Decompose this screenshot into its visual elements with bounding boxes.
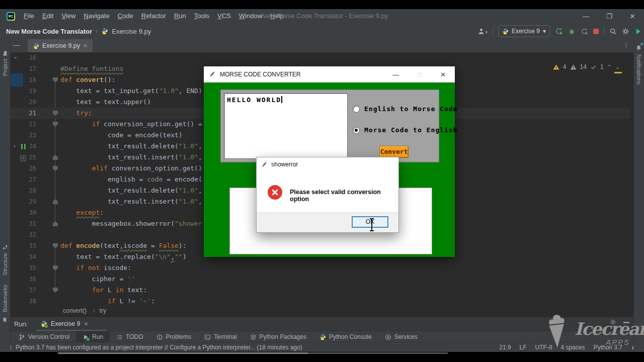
line-number[interactable]: 21	[10, 108, 36, 119]
tool-window-button-version-control[interactable]: Version Control	[12, 331, 76, 342]
minimize-button[interactable]: —	[384, 71, 408, 78]
stop-button[interactable]	[593, 29, 599, 34]
seek-bar[interactable]	[58, 352, 308, 354]
tool-window-button-python-console[interactable]: Python Console	[313, 331, 378, 342]
close-button[interactable]: ✕	[621, 13, 644, 20]
line-number[interactable]: 27	[10, 174, 36, 185]
tab-exercise9[interactable]: Exercise 9.py ✕	[28, 39, 93, 52]
fold-marker-icon[interactable]	[53, 166, 58, 171]
maximize-button[interactable]: □	[408, 71, 431, 78]
run-tab-exercise9[interactable]: Exercise 9 ✕	[36, 317, 93, 330]
fold-marker-icon[interactable]	[53, 199, 58, 204]
fold-marker-icon[interactable]	[53, 265, 58, 270]
line-number[interactable]: 22	[10, 119, 36, 130]
search-icon[interactable]	[609, 28, 617, 35]
radio-option-1[interactable]: English to Morse Code	[353, 105, 457, 113]
next-issue-icon[interactable]: ⌄	[615, 64, 620, 70]
line-separator[interactable]: LF	[520, 344, 527, 351]
menu-item-file[interactable]: File	[20, 9, 38, 23]
caret-position[interactable]: 21:9	[499, 344, 511, 351]
sidebar-item-bookmarks[interactable]: Bookmarks	[2, 285, 8, 312]
fold-marker-icon[interactable]	[53, 288, 58, 293]
sidebar-item-structure[interactable]: Structure	[2, 244, 8, 276]
fold-marker-icon[interactable]	[53, 221, 58, 226]
play-logo-icon[interactable]	[634, 28, 642, 35]
line-number[interactable]: 20	[10, 97, 36, 108]
sidebar-item-project[interactable]: Project	[2, 50, 8, 76]
fold-marker-icon[interactable]	[53, 243, 58, 248]
breadcrumb-function[interactable]: convert()	[63, 307, 87, 314]
pause-icon[interactable]	[21, 144, 26, 149]
radio-option-2[interactable]: Morse Code to English	[353, 126, 457, 134]
notifications-bell-icon[interactable]	[635, 43, 642, 52]
debug-button[interactable]	[568, 28, 576, 35]
dialog-titlebar[interactable]: showerror	[257, 157, 398, 171]
fold-marker-icon[interactable]	[53, 77, 58, 82]
convert-button[interactable]: Convert	[379, 146, 409, 158]
line-number[interactable]: 19	[10, 85, 36, 97]
tool-window-button-problems[interactable]: Problems	[150, 331, 198, 342]
status-message[interactable]: Python 3.7 has been configured as a proj…	[16, 344, 302, 351]
line-number[interactable]: 17	[10, 63, 36, 74]
minimize-button[interactable]: —	[575, 13, 598, 20]
line-number[interactable]: 26	[10, 163, 36, 174]
line-number[interactable]: 31	[10, 218, 36, 229]
watermark-gear-icon[interactable]	[610, 319, 616, 325]
line-number[interactable]: 32	[10, 229, 36, 240]
line-number[interactable]: 29	[10, 196, 36, 207]
menu-item-refactor[interactable]: Refactor	[137, 9, 170, 23]
breadcrumb-block[interactable]: try	[100, 307, 106, 314]
input-textarea[interactable]: HELLO WORLD	[224, 93, 348, 159]
menu-item-tools[interactable]: Tools	[190, 9, 213, 23]
menu-item-view[interactable]: View	[57, 9, 79, 23]
app-titlebar[interactable]: MORSE CODE CONVERTER — □ ✕	[204, 66, 455, 82]
coverage-button[interactable]	[581, 28, 588, 35]
menu-item-navigate[interactable]: Navigate	[79, 9, 113, 23]
kebab-menu-icon[interactable]: ⋮	[623, 41, 630, 49]
line-number[interactable]: 36	[10, 274, 36, 285]
fold-marker-icon[interactable]	[53, 155, 58, 160]
fold-marker-icon[interactable]	[53, 122, 58, 127]
menu-item-edit[interactable]: Edit	[38, 9, 57, 23]
user-icon[interactable]: ▾	[477, 27, 488, 36]
close-tab-icon[interactable]: ✕	[84, 321, 88, 327]
breadcrumb-project[interactable]: New Morse Code Translator	[6, 28, 92, 35]
breadcrumb-file[interactable]: Exercise 9.py	[112, 28, 151, 35]
line-number[interactable]: 33	[10, 240, 36, 251]
maximize-button[interactable]: ❐	[598, 13, 621, 20]
menu-item-vcs[interactable]: VCS	[213, 9, 235, 23]
line-number[interactable]: 23	[10, 130, 36, 141]
ide-titlebar[interactable]: PC FileEditViewNavigateCodeRefactorRunTo…	[0, 9, 644, 23]
radio-circle-icon[interactable]	[353, 106, 360, 113]
tool-window-button-services[interactable]: Services	[378, 331, 424, 342]
line-number[interactable]: 16	[10, 52, 36, 63]
line-number[interactable]: 37	[10, 285, 36, 296]
line-number[interactable]: 35	[10, 262, 36, 274]
tool-window-button-todo[interactable]: TODO	[110, 331, 149, 342]
line-number[interactable]: 30	[10, 207, 36, 218]
tool-window-button-terminal[interactable]: Terminal	[198, 331, 243, 342]
run-configuration-select[interactable]: Exercise 9 ▾	[498, 25, 550, 37]
tool-window-button-run[interactable]: Run	[76, 331, 110, 342]
scrollbar-warning-mark[interactable]	[614, 72, 622, 73]
step-marker-icon[interactable]: ›	[20, 155, 26, 161]
watermark-minimize-icon[interactable]	[623, 322, 629, 323]
run-button[interactable]	[555, 27, 563, 35]
line-number[interactable]: 18	[10, 74, 36, 85]
line-number[interactable]: 34	[10, 251, 36, 262]
line-number[interactable]: 28	[10, 185, 36, 196]
close-button[interactable]: ✕	[431, 71, 455, 78]
gear-icon[interactable]	[622, 28, 629, 35]
hide-panel-icon[interactable]: —	[13, 41, 20, 49]
chevron-right-icon[interactable]: ›	[14, 143, 16, 149]
menu-item-code[interactable]: Code	[114, 9, 137, 23]
line-number[interactable]: 38	[10, 296, 36, 307]
menu-item-run[interactable]: Run	[170, 9, 190, 23]
bookmark-icon[interactable]	[2, 317, 8, 323]
prev-issue-icon[interactable]: ⌃	[607, 64, 612, 70]
inspections-widget[interactable]: 4 14 1 ⌃ ⌄	[553, 63, 620, 70]
tool-window-button-python-packages[interactable]: Python Packages	[244, 331, 313, 342]
close-tab-icon[interactable]: ✕	[83, 43, 88, 49]
sidebar-item-notifications[interactable]: Notifications	[636, 54, 642, 84]
radio-circle-icon[interactable]	[353, 127, 360, 134]
